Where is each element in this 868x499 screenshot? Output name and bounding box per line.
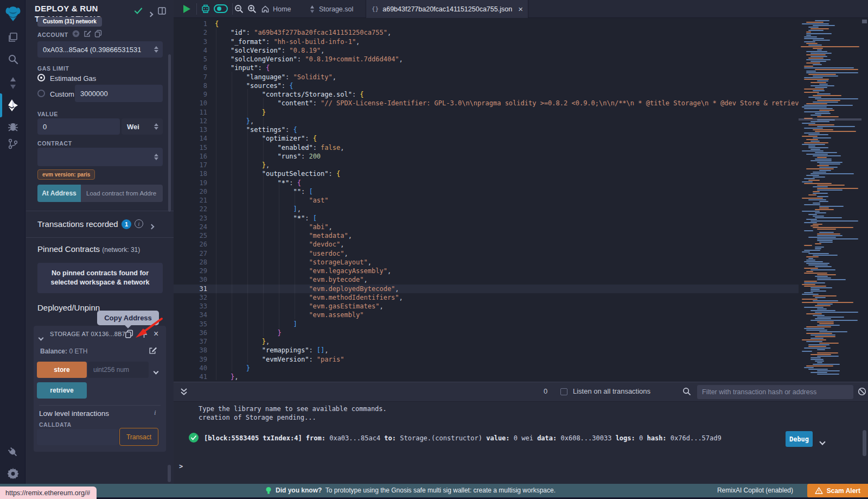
contract-collapse-icon[interactable] (39, 332, 43, 342)
account-select[interactable]: 0xA03...85ac4 (0.39866531531 (37, 41, 163, 58)
solidity-compiler-icon[interactable] (0, 77, 25, 90)
store-arg-input[interactable]: uint256 num (88, 362, 149, 378)
close-tab-icon[interactable]: × (518, 4, 523, 14)
code-line[interactable]: 8 "sources": { (174, 81, 799, 90)
deploy-run-icon[interactable] (0, 98, 25, 112)
code-line[interactable]: 41 }, (174, 372, 799, 381)
code-line[interactable]: 15 "enabled": false, (174, 143, 799, 152)
code-line[interactable]: 33 "evm.gasEstimates", (174, 302, 799, 311)
terminal-prompt[interactable]: > (179, 463, 183, 470)
low-level-info-icon[interactable]: i (154, 408, 156, 417)
git-branch-icon[interactable] (0, 138, 25, 150)
custom-gas-input[interactable]: 3000000 (75, 85, 163, 102)
code-line[interactable]: 22 ], (174, 205, 799, 213)
tx-log-line[interactable]: [block:5583405 txIndex:4] from: 0xa03...… (204, 434, 722, 442)
code-line[interactable]: 36 } (174, 329, 799, 337)
copy-address-icon[interactable] (125, 330, 133, 338)
code-line[interactable]: 34 "evm.assembly" (174, 311, 799, 319)
debug-button[interactable]: Debug (786, 431, 813, 447)
load-contract-input[interactable]: Load contract from Addre (81, 185, 163, 202)
code-line[interactable]: 25 "metadata", (174, 231, 799, 240)
ai-copilot-robot-icon[interactable] (201, 4, 210, 14)
debugger-bug-icon[interactable] (0, 121, 25, 132)
tab-home[interactable]: Home (256, 0, 296, 18)
code-line[interactable]: 16 "runs": 200 (174, 152, 799, 161)
calldata-input[interactable] (37, 429, 118, 445)
contract-select[interactable] (37, 148, 163, 166)
tab-storage-sol[interactable]: Storage.sol (304, 0, 359, 18)
code-line[interactable]: 28 "storageLayout", (174, 258, 799, 267)
panel-scrollbar-bottom[interactable] (168, 465, 171, 482)
custom-gas-radio[interactable] (37, 90, 45, 97)
code-line[interactable]: 24 "abi", (174, 223, 799, 231)
code-line[interactable]: 7 "language": "Solidity", (174, 73, 799, 81)
value-input[interactable]: 0 (37, 118, 120, 135)
value-unit-select[interactable]: Wei (122, 118, 163, 135)
file-explorer-icon[interactable] (0, 31, 25, 43)
code-line[interactable]: 3 "_format": "hh-sol-build-info-1", (174, 37, 799, 46)
edit-balance-icon[interactable] (149, 346, 157, 355)
run-script-icon[interactable] (182, 4, 191, 14)
code-line[interactable]: 18 "outputSelection": { (174, 169, 799, 178)
terminal-scrollbar[interactable] (863, 430, 866, 456)
code-line[interactable]: 20 "": [ (174, 187, 799, 196)
retrieve-button[interactable]: retrieve (37, 382, 87, 399)
network-badge[interactable]: Custom (31) network (37, 17, 102, 27)
panel-collapse-icon[interactable] (149, 9, 152, 18)
code-line[interactable]: 35 ] (174, 320, 799, 329)
code-line[interactable]: 2 "id": "a69b43f277ba20fcac141151250ca75… (174, 28, 799, 37)
at-address-button[interactable]: At Address (37, 185, 81, 202)
editor-scrollbar-thumb[interactable] (862, 20, 867, 23)
search-icon[interactable] (0, 53, 25, 65)
code-line[interactable]: 31 "evm.deployedBytecode", (174, 285, 799, 293)
copy-account-icon[interactable] (94, 30, 102, 37)
split-panel-icon[interactable] (158, 7, 166, 15)
code-line[interactable]: 11 } (174, 108, 799, 117)
code-line[interactable]: 19 "*": { (174, 179, 799, 187)
code-line[interactable]: 13 "settings": { (174, 125, 799, 134)
filter-transactions-input[interactable]: Filter with transaction hash or address (697, 385, 853, 399)
edit-account-icon[interactable] (84, 30, 91, 37)
remix-logo-icon[interactable] (0, 4, 25, 23)
scam-alert-button[interactable]: Scam Alert (807, 484, 868, 497)
add-account-icon[interactable] (72, 30, 80, 37)
listen-transactions-label[interactable]: Listen on all transactions (573, 387, 650, 395)
contract-instance-label[interactable]: STORAGE AT 0X136...8B78 (50, 331, 129, 337)
code-line[interactable]: 26 "devdoc", (174, 240, 799, 249)
code-line[interactable]: 37 }, (174, 337, 799, 346)
copilot-toggle[interactable] (214, 4, 228, 13)
code-line[interactable]: 29 "evm.legacyAssembly", (174, 267, 799, 275)
code-line[interactable]: 9 "contracts/Storage.sol": { (174, 90, 799, 99)
zoom-out-icon[interactable] (234, 4, 244, 14)
code-line[interactable]: 32 "evm.methodIdentifiers", (174, 293, 799, 302)
code-line[interactable]: 40 } (174, 364, 799, 372)
code-line[interactable]: 5 "solcLongVersion": "0.8.19+commit.7dd6… (174, 55, 799, 64)
listen-transactions-checkbox[interactable] (560, 388, 567, 395)
remove-contract-icon[interactable]: × (154, 329, 158, 339)
code-line[interactable]: 17 }, (174, 161, 799, 169)
code-line[interactable]: 10 "content": "// SPDX-License-Identifie… (174, 99, 799, 108)
code-line[interactable]: 1{ (174, 20, 799, 28)
tab-build-info-json[interactable]: {} a69b43f277ba20fcac141151250ca755.json… (366, 0, 528, 18)
transactions-expand-icon[interactable] (150, 221, 154, 231)
estimated-gas-radio[interactable] (37, 74, 45, 81)
code-line[interactable]: 4 "solcVersion": "0.8.19", (174, 46, 799, 55)
code-line[interactable]: 38 "remappings": [], (174, 346, 799, 355)
transactions-info-icon[interactable]: i (135, 219, 143, 228)
pin-contract-icon[interactable] (140, 330, 148, 338)
code-line[interactable]: 12 }, (174, 117, 799, 125)
code-line[interactable]: 21 "ast" (174, 196, 799, 205)
panel-scrollbar[interactable] (168, 54, 171, 212)
code-line[interactable]: 39 "evmVersion": "paris" (174, 355, 799, 364)
transact-button[interactable]: Transact (119, 428, 158, 446)
minimap[interactable] (799, 18, 861, 382)
code-line[interactable]: 30 "evm.bytecode", (174, 275, 799, 284)
expand-tx-icon[interactable] (820, 437, 825, 446)
plugin-manager-icon[interactable] (0, 446, 25, 458)
code-line[interactable]: 6 "input": { (174, 64, 799, 72)
zoom-in-icon[interactable] (247, 4, 257, 14)
settings-gear-icon[interactable] (0, 467, 25, 479)
code-line[interactable]: 14 "optimizer": { (174, 134, 799, 143)
store-button[interactable]: store (37, 362, 87, 378)
code-line[interactable]: 27 "userdoc", (174, 249, 799, 258)
